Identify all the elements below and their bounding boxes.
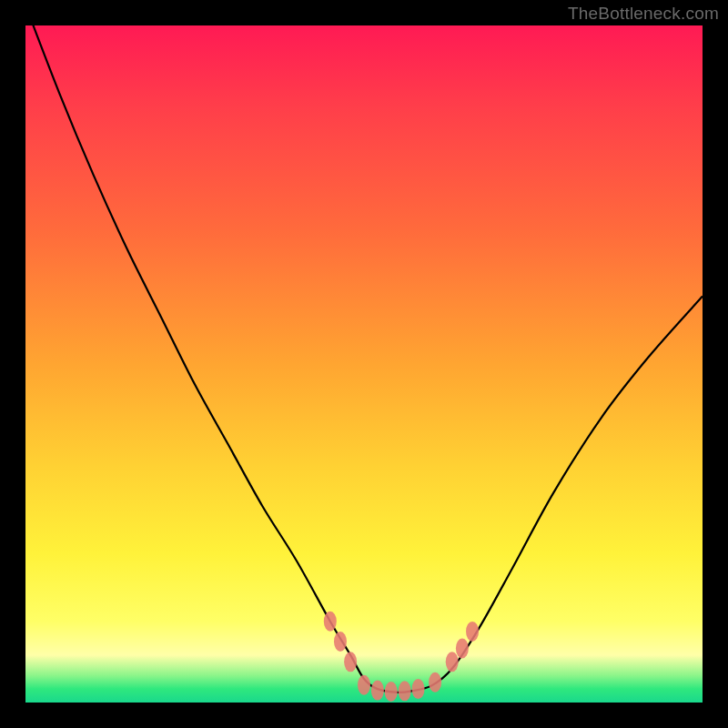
gradient-plot-area [25, 25, 703, 703]
curve-marker [324, 612, 337, 632]
curve-marker [358, 675, 370, 695]
curve-marker [412, 679, 425, 699]
curve-svg [25, 25, 703, 703]
curve-marker [466, 622, 479, 642]
curve-marker [399, 681, 411, 701]
curve-marker [446, 652, 459, 672]
curve-marker [456, 638, 469, 658]
curve-marker [429, 672, 441, 693]
curve-marker [344, 652, 357, 672]
curve-markers [324, 612, 479, 702]
curve-marker [385, 682, 398, 702]
attribution-label: TheBottleneck.com [568, 4, 719, 24]
chart-frame: TheBottleneck.com [0, 0, 728, 728]
curve-marker [334, 632, 347, 652]
bottleneck-curve [25, 5, 703, 693]
curve-marker [371, 681, 384, 701]
